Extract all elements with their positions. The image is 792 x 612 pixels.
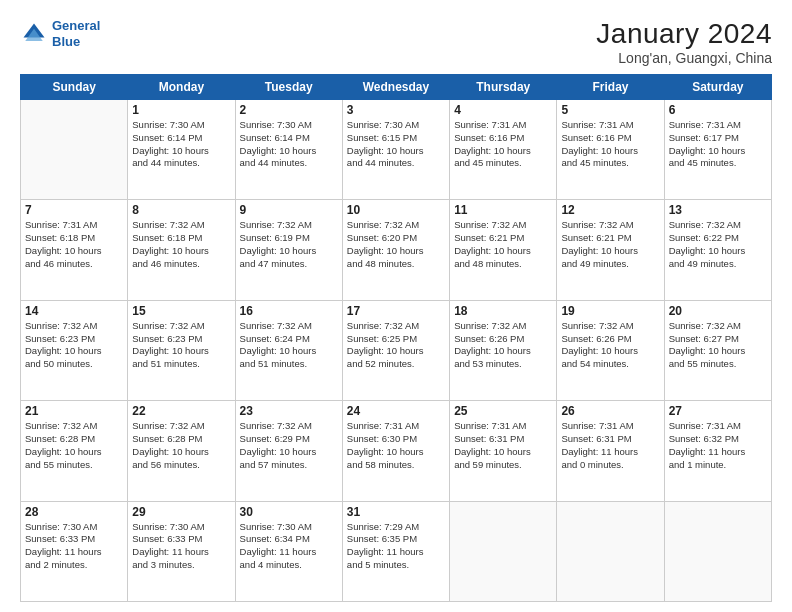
calendar-cell: 14Sunrise: 7:32 AMSunset: 6:23 PMDayligh…: [21, 300, 128, 400]
calendar-title: January 2024: [596, 18, 772, 50]
day-number: 27: [669, 404, 767, 418]
day-info: Sunrise: 7:32 AMSunset: 6:22 PMDaylight:…: [669, 219, 767, 270]
day-info: Sunrise: 7:30 AMSunset: 6:15 PMDaylight:…: [347, 119, 445, 170]
calendar-cell: 5Sunrise: 7:31 AMSunset: 6:16 PMDaylight…: [557, 100, 664, 200]
calendar-cell: 13Sunrise: 7:32 AMSunset: 6:22 PMDayligh…: [664, 200, 771, 300]
calendar-cell: 26Sunrise: 7:31 AMSunset: 6:31 PMDayligh…: [557, 401, 664, 501]
week-row-1: 1Sunrise: 7:30 AMSunset: 6:14 PMDaylight…: [21, 100, 772, 200]
day-number: 30: [240, 505, 338, 519]
day-info: Sunrise: 7:32 AMSunset: 6:18 PMDaylight:…: [132, 219, 230, 270]
logo: General Blue: [20, 18, 100, 49]
calendar-cell: 12Sunrise: 7:32 AMSunset: 6:21 PMDayligh…: [557, 200, 664, 300]
logo-icon: [20, 20, 48, 48]
day-info: Sunrise: 7:30 AMSunset: 6:14 PMDaylight:…: [132, 119, 230, 170]
header: General Blue January 2024 Long'an, Guang…: [20, 18, 772, 66]
day-number: 22: [132, 404, 230, 418]
calendar-cell: 30Sunrise: 7:30 AMSunset: 6:34 PMDayligh…: [235, 501, 342, 601]
weekday-header-sunday: Sunday: [21, 75, 128, 100]
calendar-cell: 17Sunrise: 7:32 AMSunset: 6:25 PMDayligh…: [342, 300, 449, 400]
day-number: 18: [454, 304, 552, 318]
week-row-3: 14Sunrise: 7:32 AMSunset: 6:23 PMDayligh…: [21, 300, 772, 400]
day-number: 5: [561, 103, 659, 117]
calendar-cell: 28Sunrise: 7:30 AMSunset: 6:33 PMDayligh…: [21, 501, 128, 601]
calendar-cell: 4Sunrise: 7:31 AMSunset: 6:16 PMDaylight…: [450, 100, 557, 200]
calendar-cell: 21Sunrise: 7:32 AMSunset: 6:28 PMDayligh…: [21, 401, 128, 501]
calendar-cell: 7Sunrise: 7:31 AMSunset: 6:18 PMDaylight…: [21, 200, 128, 300]
weekday-header-saturday: Saturday: [664, 75, 771, 100]
calendar-cell: 23Sunrise: 7:32 AMSunset: 6:29 PMDayligh…: [235, 401, 342, 501]
weekday-header-friday: Friday: [557, 75, 664, 100]
day-info: Sunrise: 7:32 AMSunset: 6:20 PMDaylight:…: [347, 219, 445, 270]
day-info: Sunrise: 7:31 AMSunset: 6:17 PMDaylight:…: [669, 119, 767, 170]
day-info: Sunrise: 7:32 AMSunset: 6:23 PMDaylight:…: [132, 320, 230, 371]
calendar-cell: 6Sunrise: 7:31 AMSunset: 6:17 PMDaylight…: [664, 100, 771, 200]
day-number: 15: [132, 304, 230, 318]
weekday-header-wednesday: Wednesday: [342, 75, 449, 100]
logo-text: General Blue: [52, 18, 100, 49]
day-info: Sunrise: 7:32 AMSunset: 6:26 PMDaylight:…: [454, 320, 552, 371]
day-info: Sunrise: 7:32 AMSunset: 6:24 PMDaylight:…: [240, 320, 338, 371]
day-number: 12: [561, 203, 659, 217]
day-number: 17: [347, 304, 445, 318]
day-number: 4: [454, 103, 552, 117]
day-number: 23: [240, 404, 338, 418]
day-number: 21: [25, 404, 123, 418]
calendar-subtitle: Long'an, Guangxi, China: [596, 50, 772, 66]
day-info: Sunrise: 7:32 AMSunset: 6:23 PMDaylight:…: [25, 320, 123, 371]
calendar-cell: 29Sunrise: 7:30 AMSunset: 6:33 PMDayligh…: [128, 501, 235, 601]
calendar-cell: 15Sunrise: 7:32 AMSunset: 6:23 PMDayligh…: [128, 300, 235, 400]
weekday-header-monday: Monday: [128, 75, 235, 100]
day-number: 10: [347, 203, 445, 217]
day-info: Sunrise: 7:32 AMSunset: 6:28 PMDaylight:…: [25, 420, 123, 471]
calendar-cell: 24Sunrise: 7:31 AMSunset: 6:30 PMDayligh…: [342, 401, 449, 501]
weekday-header-row: SundayMondayTuesdayWednesdayThursdayFrid…: [21, 75, 772, 100]
calendar-cell: 25Sunrise: 7:31 AMSunset: 6:31 PMDayligh…: [450, 401, 557, 501]
week-row-4: 21Sunrise: 7:32 AMSunset: 6:28 PMDayligh…: [21, 401, 772, 501]
day-info: Sunrise: 7:30 AMSunset: 6:14 PMDaylight:…: [240, 119, 338, 170]
calendar-cell: 1Sunrise: 7:30 AMSunset: 6:14 PMDaylight…: [128, 100, 235, 200]
day-info: Sunrise: 7:32 AMSunset: 6:21 PMDaylight:…: [454, 219, 552, 270]
day-number: 3: [347, 103, 445, 117]
day-number: 26: [561, 404, 659, 418]
day-number: 9: [240, 203, 338, 217]
day-info: Sunrise: 7:31 AMSunset: 6:32 PMDaylight:…: [669, 420, 767, 471]
day-info: Sunrise: 7:32 AMSunset: 6:26 PMDaylight:…: [561, 320, 659, 371]
day-info: Sunrise: 7:32 AMSunset: 6:29 PMDaylight:…: [240, 420, 338, 471]
day-number: 31: [347, 505, 445, 519]
day-info: Sunrise: 7:32 AMSunset: 6:28 PMDaylight:…: [132, 420, 230, 471]
day-info: Sunrise: 7:31 AMSunset: 6:30 PMDaylight:…: [347, 420, 445, 471]
calendar-cell: 16Sunrise: 7:32 AMSunset: 6:24 PMDayligh…: [235, 300, 342, 400]
day-number: 29: [132, 505, 230, 519]
calendar-cell: 20Sunrise: 7:32 AMSunset: 6:27 PMDayligh…: [664, 300, 771, 400]
day-number: 19: [561, 304, 659, 318]
calendar-cell: 2Sunrise: 7:30 AMSunset: 6:14 PMDaylight…: [235, 100, 342, 200]
calendar-cell: [557, 501, 664, 601]
calendar-cell: 22Sunrise: 7:32 AMSunset: 6:28 PMDayligh…: [128, 401, 235, 501]
calendar-table: SundayMondayTuesdayWednesdayThursdayFrid…: [20, 74, 772, 602]
day-number: 6: [669, 103, 767, 117]
day-number: 8: [132, 203, 230, 217]
calendar-cell: 8Sunrise: 7:32 AMSunset: 6:18 PMDaylight…: [128, 200, 235, 300]
day-info: Sunrise: 7:29 AMSunset: 6:35 PMDaylight:…: [347, 521, 445, 572]
calendar-cell: 19Sunrise: 7:32 AMSunset: 6:26 PMDayligh…: [557, 300, 664, 400]
calendar-cell: 27Sunrise: 7:31 AMSunset: 6:32 PMDayligh…: [664, 401, 771, 501]
day-number: 16: [240, 304, 338, 318]
day-info: Sunrise: 7:31 AMSunset: 6:31 PMDaylight:…: [454, 420, 552, 471]
day-number: 13: [669, 203, 767, 217]
day-number: 11: [454, 203, 552, 217]
day-number: 28: [25, 505, 123, 519]
day-info: Sunrise: 7:30 AMSunset: 6:33 PMDaylight:…: [132, 521, 230, 572]
day-number: 24: [347, 404, 445, 418]
day-info: Sunrise: 7:32 AMSunset: 6:19 PMDaylight:…: [240, 219, 338, 270]
day-info: Sunrise: 7:32 AMSunset: 6:21 PMDaylight:…: [561, 219, 659, 270]
day-info: Sunrise: 7:31 AMSunset: 6:16 PMDaylight:…: [561, 119, 659, 170]
day-number: 1: [132, 103, 230, 117]
day-info: Sunrise: 7:32 AMSunset: 6:27 PMDaylight:…: [669, 320, 767, 371]
day-number: 7: [25, 203, 123, 217]
day-number: 25: [454, 404, 552, 418]
week-row-5: 28Sunrise: 7:30 AMSunset: 6:33 PMDayligh…: [21, 501, 772, 601]
calendar-cell: 31Sunrise: 7:29 AMSunset: 6:35 PMDayligh…: [342, 501, 449, 601]
day-info: Sunrise: 7:30 AMSunset: 6:33 PMDaylight:…: [25, 521, 123, 572]
calendar-cell: [450, 501, 557, 601]
calendar-cell: 10Sunrise: 7:32 AMSunset: 6:20 PMDayligh…: [342, 200, 449, 300]
